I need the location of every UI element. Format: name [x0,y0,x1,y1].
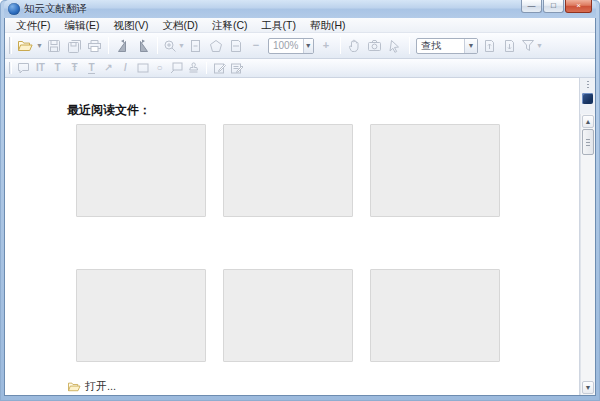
rectangle-icon [137,63,149,73]
menu-view[interactable]: 视图(V) [106,18,155,33]
chevron-down-icon: ▼ [536,42,543,49]
zoom-out-button[interactable]: − [246,36,266,56]
menu-help[interactable]: 帮助(H) [303,18,353,33]
window-title: 知云文献翻译 [24,2,87,16]
app-logo-icon [8,3,20,15]
note-annotation-button[interactable] [15,61,32,76]
find-combo-dropdown[interactable]: ▼ [464,39,477,53]
annotation-toolbar: IT T Ŧ T ↗ / ○ [5,59,595,78]
typewriter-icon: T [54,63,60,73]
dock-grip-handle[interactable] [587,81,589,90]
find-previous-button[interactable] [480,36,500,56]
hand-icon [347,38,362,53]
chevron-down-icon: ▼ [36,42,43,49]
underline-button[interactable]: T [83,61,100,76]
select-tool-button[interactable] [385,36,405,56]
recent-file-placeholder[interactable] [76,124,206,217]
rotate-left-button[interactable] [113,36,133,56]
chevron-down-icon: ▼ [467,42,474,49]
recent-file-placeholder[interactable] [223,124,353,217]
fit-width-button[interactable] [226,36,246,56]
zoom-tool-button[interactable]: ▼ [162,36,186,56]
menu-bar: 文件(F) 编辑(E) 视图(V) 文档(D) 注释(C) 工具(T) 帮助(H… [5,18,595,33]
save-as-icon [67,39,82,53]
scroll-down-button[interactable]: ▼ [582,381,594,394]
content-row: 最近阅读文件： 打开... [5,78,595,395]
menu-edit[interactable]: 编辑(E) [57,18,106,33]
print-icon [87,39,102,53]
snapshot-button[interactable] [365,36,385,56]
callout-icon [170,62,183,74]
stamp-button[interactable] [185,61,202,76]
main-toolbar: ▼ ▼ [5,33,595,59]
insert-text-icon: IT [36,63,45,73]
chevron-down-icon: ▼ [305,42,312,49]
manage-annotations-button[interactable] [228,61,245,76]
main-column: 文件(F) 编辑(E) 视图(V) 文档(D) 注释(C) 工具(T) 帮助(H… [5,18,595,395]
zoom-level-combo[interactable]: 100% ▼ [268,38,314,54]
folder-open-icon [17,39,33,52]
vertical-scrollbar[interactable]: ▲ ▼ [580,114,595,395]
recent-file-placeholder[interactable] [223,269,353,362]
callout-annotation-button[interactable] [168,61,185,76]
recent-file-placeholder[interactable] [370,124,500,217]
line-annotation-button[interactable]: / [117,61,134,76]
zoom-in-button[interactable]: + [316,36,336,56]
rectangle-annotation-button[interactable] [134,61,151,76]
scrollbar-thumb[interactable] [582,129,594,155]
menu-annotate[interactable]: 注释(C) [205,18,255,33]
print-button[interactable] [84,36,104,56]
annotations-list-icon [230,62,244,74]
toolbar-grip[interactable] [9,62,12,75]
strikeout-text-icon: Ŧ [71,63,77,73]
actual-size-icon [189,39,202,53]
fit-page-icon [209,39,223,53]
ellipse-annotation-button[interactable]: ○ [151,61,168,76]
recent-files-heading: 最近阅读文件： [67,102,579,119]
rotate-right-button[interactable] [133,36,153,56]
hand-tool-button[interactable] [345,36,365,56]
filter-button[interactable]: ▼ [520,36,544,56]
window-body: 文件(F) 编辑(E) 视图(V) 文档(D) 注释(C) 工具(T) 帮助(H… [4,18,596,396]
arrow-annotation-button[interactable]: ↗ [100,61,117,76]
zoom-combo-dropdown[interactable]: ▼ [303,39,313,53]
toolbar-grip[interactable] [9,37,12,55]
menu-file[interactable]: 文件(F) [9,18,57,33]
line-icon: / [124,63,127,73]
save-button[interactable] [44,36,64,56]
minimize-button[interactable]: — [521,0,542,13]
toolbar-separator [340,37,341,55]
toolbar-separator [409,37,410,55]
open-file-label: 打开... [85,379,116,394]
open-button[interactable] [15,36,35,56]
actual-size-button[interactable] [186,36,206,56]
find-input-value: 查找 [417,39,464,53]
maximize-button[interactable]: □ [543,0,564,13]
save-as-button[interactable] [64,36,84,56]
title-bar[interactable]: 知云文献翻译 — □ × [4,0,596,18]
start-page: 最近阅读文件： 打开... [5,78,579,395]
menu-tools[interactable]: 工具(T) [255,18,303,33]
scrollbar-track[interactable] [581,155,595,380]
find-combo[interactable]: 查找 ▼ [416,38,478,54]
strikeout-button[interactable]: Ŧ [66,61,83,76]
open-file-link[interactable]: 打开... [67,379,579,394]
edit-annotation-button[interactable] [211,61,228,76]
app-window: 知云文献翻译 — □ × 文件(F) 编辑(E) 视图(V) 文档(D) 注释(… [0,0,600,401]
close-button[interactable]: × [565,0,592,13]
edit-page-icon [213,62,226,74]
menu-document[interactable]: 文档(D) [155,18,205,33]
find-next-button[interactable] [500,36,520,56]
docked-panel-header [580,78,595,114]
funnel-icon [521,39,535,52]
fit-page-button[interactable] [206,36,226,56]
recent-file-placeholder[interactable] [370,269,500,362]
panel-toggle-icon[interactable] [582,93,593,104]
insert-text-button[interactable]: IT [32,61,49,76]
typewriter-button[interactable]: T [49,61,66,76]
scroll-up-button[interactable]: ▲ [582,115,594,128]
recent-file-placeholder[interactable] [76,269,206,362]
minus-icon: − [253,40,259,51]
open-dropdown-button[interactable]: ▼ [35,36,44,56]
rotate-right-icon [136,39,150,53]
